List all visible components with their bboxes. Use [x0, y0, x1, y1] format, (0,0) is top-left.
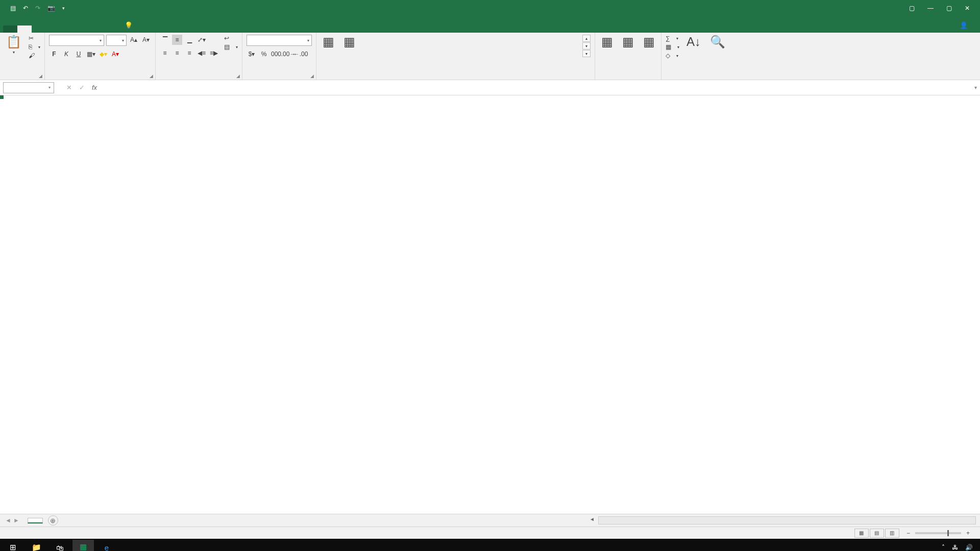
view-pagebreak-button[interactable]: ▥: [885, 529, 899, 538]
orientation-button[interactable]: ⤢▾: [197, 35, 207, 45]
tab-datei[interactable]: [3, 26, 17, 33]
insert-cells-icon: ▦: [601, 36, 613, 48]
view-layout-button[interactable]: ▤: [870, 529, 884, 538]
ribbon-display-icon[interactable]: ▢: [909, 5, 915, 12]
align-bottom-button[interactable]: ▁: [184, 35, 194, 45]
font-launcher[interactable]: ◢: [150, 73, 153, 79]
thousand-button[interactable]: 000: [271, 49, 281, 59]
undo-icon[interactable]: ↶: [23, 5, 28, 12]
clipboard-launcher[interactable]: ◢: [39, 73, 42, 79]
delete-cells-button[interactable]: ▦: [620, 35, 636, 50]
expand-formula-bar[interactable]: ▾: [974, 85, 977, 90]
align-middle-button[interactable]: ≡: [172, 35, 182, 45]
format-painter-button[interactable]: 🖌: [29, 52, 40, 59]
group-number: ▾ $▾ % 000 .00→ ←.00 ◢: [242, 33, 316, 80]
zoom-in-button[interactable]: +: [966, 530, 970, 537]
tab-daten[interactable]: [75, 26, 89, 33]
merge-button[interactable]: ▤▾: [224, 43, 238, 51]
align-left-button[interactable]: ≡: [160, 48, 170, 58]
fill-color-button[interactable]: ◆▾: [98, 49, 108, 59]
cut-button[interactable]: ✂: [29, 35, 40, 42]
zoom-slider[interactable]: [915, 532, 961, 534]
name-box[interactable]: ▾: [3, 82, 54, 93]
find-select-button[interactable]: 🔍: [708, 35, 727, 50]
styles-down[interactable]: ▾: [582, 42, 591, 49]
decrease-indent-button[interactable]: ◀≡: [197, 48, 207, 58]
sheet-nav-prev[interactable]: ◄: [5, 517, 11, 524]
ribbon-tabs: 💡 👤: [0, 16, 980, 33]
fx-icon[interactable]: fx: [92, 84, 97, 91]
insert-cells-button[interactable]: ▦: [599, 35, 615, 50]
group-cells: ▦ ▦ ▦: [595, 33, 662, 80]
maximize-icon[interactable]: ▢: [946, 5, 952, 12]
tab-formeln[interactable]: [60, 26, 75, 33]
store-button[interactable]: 🛍: [49, 540, 70, 551]
increase-font-button[interactable]: A▴: [129, 35, 139, 45]
conditional-format-button[interactable]: ▦: [321, 35, 336, 50]
align-center-button[interactable]: ≡: [172, 48, 182, 58]
increase-decimal-button[interactable]: .00→: [283, 49, 293, 59]
format-cells-button[interactable]: ▦: [641, 35, 657, 50]
paste-button[interactable]: 📋▾: [4, 35, 23, 56]
cancel-formula-icon[interactable]: ✕: [66, 84, 72, 91]
number-launcher[interactable]: ◢: [310, 73, 314, 79]
styles-up[interactable]: ▴: [582, 35, 591, 42]
add-sheet-button[interactable]: ⊕: [48, 515, 58, 525]
format-cells-icon: ▦: [643, 36, 655, 48]
merge-icon: ▤: [224, 43, 230, 51]
tray-up-icon[interactable]: ˄: [942, 544, 945, 551]
copy-button[interactable]: ⎘▾: [29, 43, 40, 51]
minimize-icon[interactable]: —: [927, 5, 934, 12]
explorer-button[interactable]: 📁: [26, 540, 47, 551]
font-color-button[interactable]: A▾: [110, 49, 120, 59]
sheet-tab-active[interactable]: [28, 518, 43, 523]
underline-button[interactable]: U: [74, 49, 84, 59]
wrap-text-button[interactable]: ↩: [224, 35, 238, 42]
format-as-table-button[interactable]: ▦: [341, 35, 357, 50]
align-right-button[interactable]: ≡: [184, 48, 194, 58]
align-launcher[interactable]: ◢: [236, 73, 240, 79]
decrease-decimal-button[interactable]: ←.00: [296, 49, 306, 59]
save-icon[interactable]: ▤: [10, 5, 16, 12]
align-top-button[interactable]: ▔: [160, 35, 170, 45]
camera-icon[interactable]: 📷: [47, 5, 55, 12]
sort-filter-button[interactable]: A↓: [684, 35, 703, 50]
redo-icon[interactable]: ↷: [35, 5, 40, 12]
autosum-button[interactable]: ∑▾: [666, 35, 679, 42]
tab-ueberpruefen[interactable]: [89, 26, 103, 33]
tray-network-icon[interactable]: 🖧: [952, 544, 958, 551]
percent-button[interactable]: %: [259, 49, 269, 59]
currency-button[interactable]: $▾: [247, 49, 257, 59]
horizontal-scrollbar[interactable]: [598, 516, 976, 524]
number-format-combo[interactable]: ▾: [247, 35, 312, 46]
taskbar: ⊞ 📁 🛍 ▦ e ˄ 🖧 🔊: [0, 539, 980, 551]
tray-volume-icon[interactable]: 🔊: [965, 544, 973, 551]
styles-more[interactable]: ▾: [582, 50, 591, 57]
italic-button[interactable]: K: [61, 49, 71, 59]
qat-more-icon[interactable]: ▾: [62, 6, 65, 11]
tab-ansicht[interactable]: [103, 26, 117, 33]
titlebar: ▤ ↶ ↷ 📷 ▾ ▢ — ▢ ✕: [0, 0, 980, 16]
tab-seitenlayout[interactable]: [46, 26, 60, 33]
edge-button[interactable]: e: [96, 540, 117, 551]
tab-start[interactable]: [17, 26, 32, 33]
start-button[interactable]: ⊞: [2, 540, 23, 551]
excel-taskbar-button[interactable]: ▦: [72, 540, 94, 551]
tab-einfuegen[interactable]: [32, 26, 46, 33]
bold-button[interactable]: F: [49, 49, 59, 59]
zoom-out-button[interactable]: −: [906, 530, 910, 537]
clear-button[interactable]: ◇▾: [666, 52, 679, 59]
font-name-combo[interactable]: ▾: [49, 35, 104, 46]
decrease-font-button[interactable]: A▾: [141, 35, 151, 45]
teilen-button[interactable]: 👤: [950, 18, 980, 33]
font-size-combo[interactable]: ▾: [106, 35, 127, 46]
tell-me-search[interactable]: 💡: [117, 18, 143, 33]
border-button[interactable]: ▦▾: [86, 49, 96, 59]
increase-indent-button[interactable]: ≡▶: [209, 48, 219, 58]
fill-button[interactable]: ▦▾: [666, 43, 679, 51]
close-icon[interactable]: ✕: [965, 5, 970, 12]
find-icon: 🔍: [710, 36, 725, 48]
sheet-nav-next[interactable]: ►: [13, 517, 19, 524]
view-normal-button[interactable]: ▦: [854, 529, 869, 538]
accept-formula-icon[interactable]: ✓: [79, 84, 85, 91]
